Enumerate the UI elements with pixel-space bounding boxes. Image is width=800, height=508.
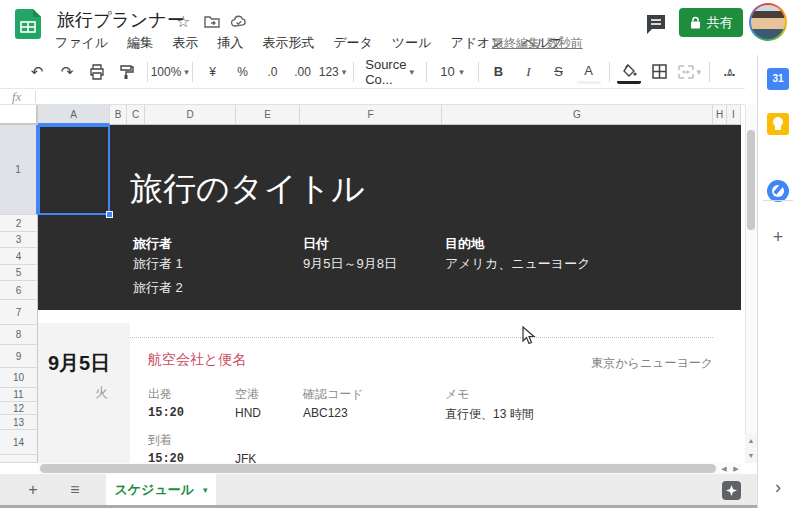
formula-bar[interactable]: fx <box>0 88 745 105</box>
star-icon[interactable]: ☆ <box>176 13 194 31</box>
move-folder-icon[interactable] <box>203 13 221 31</box>
column-header-i[interactable]: I <box>727 105 741 125</box>
add-sheet-button[interactable]: + <box>24 481 42 499</box>
scroll-up-button[interactable]: ▲ <box>745 434 757 448</box>
format-currency-button[interactable]: ¥ <box>201 60 225 84</box>
sheets-logo-icon[interactable] <box>15 9 41 39</box>
column-header-b[interactable]: B <box>110 105 127 125</box>
memo-value-cell[interactable]: 直行便、13 時間 <box>445 406 534 423</box>
hide-menus-button[interactable]: ∧ <box>718 60 742 84</box>
format-percent-button[interactable]: % <box>231 60 255 84</box>
menu-data[interactable]: データ <box>333 34 373 52</box>
flight-route-cell[interactable]: 東京からニューヨーク <box>413 355 713 372</box>
italic-button[interactable]: I <box>517 60 541 84</box>
row-header-15[interactable] <box>0 455 38 463</box>
all-sheets-button[interactable]: ≡ <box>66 481 84 499</box>
zoom-select[interactable]: 100%▾ <box>156 60 184 84</box>
arrival-label-cell[interactable]: 到着 <box>148 432 172 449</box>
explore-button[interactable] <box>722 481 741 500</box>
cloud-status-icon[interactable] <box>230 13 248 31</box>
paint-format-button[interactable] <box>115 60 139 84</box>
row-header-14[interactable]: 14 <box>0 430 38 455</box>
select-all-corner[interactable] <box>0 105 38 125</box>
bold-button[interactable]: B <box>487 60 511 84</box>
strikethrough-button[interactable]: S <box>547 60 571 84</box>
column-header-h[interactable]: H <box>713 105 727 125</box>
last-edit-link[interactable]: 最終編集: 数秒前 <box>492 35 583 52</box>
traveler-2-cell[interactable]: 旅行者 2 <box>133 279 183 297</box>
flight-card-title-cell[interactable]: 航空会社と便名 <box>148 351 246 369</box>
comment-history-icon[interactable] <box>644 12 668 36</box>
row-header-9[interactable]: 9 <box>0 345 38 368</box>
row-header-11[interactable]: 11 <box>0 388 38 402</box>
column-header-c[interactable]: C <box>127 105 145 125</box>
menu-insert[interactable]: 挿入 <box>217 34 243 52</box>
tasks-icon[interactable] <box>767 180 789 202</box>
memo-label-cell[interactable]: メモ <box>445 386 470 403</box>
row-header-4[interactable]: 4 <box>0 248 38 265</box>
confirmation-value-cell[interactable]: ABC123 <box>303 406 348 420</box>
row-header-3[interactable]: 3 <box>0 232 38 248</box>
destination-value-cell[interactable]: アメリカ、ニューヨーク <box>445 255 590 273</box>
increase-decimal-button[interactable]: .00 <box>291 60 315 84</box>
font-size-select[interactable]: 10▾ <box>434 60 469 84</box>
departure-label-cell[interactable]: 出発 <box>148 386 172 403</box>
airport-label-cell[interactable]: 空港 <box>235 386 259 403</box>
redo-button[interactable]: ↷ <box>55 60 79 84</box>
undo-button[interactable]: ↶ <box>25 60 49 84</box>
text-color-button[interactable]: A <box>577 60 601 84</box>
menu-format[interactable]: 表示形式 <box>262 34 314 52</box>
column-header-a[interactable]: A <box>38 105 110 125</box>
account-avatar[interactable] <box>749 3 787 41</box>
borders-button[interactable] <box>647 60 671 84</box>
horizontal-scrollbar-thumb[interactable] <box>40 464 716 473</box>
dates-value-cell[interactable]: 9月5日～9月8日 <box>303 255 397 273</box>
departure-time-cell[interactable]: 15:20 <box>148 406 184 420</box>
sheet-tab-schedule[interactable]: スケジュール ▾ <box>106 474 216 505</box>
column-header-d[interactable]: D <box>145 105 236 125</box>
print-button[interactable] <box>85 60 109 84</box>
spreadsheet-canvas[interactable]: 旅行のタイトル 旅行者 日付 目的地 旅行者 1 旅行者 2 9月5日～9月8日… <box>38 125 741 463</box>
scroll-right-button[interactable]: ▶ <box>730 463 742 474</box>
collapse-side-panel-button[interactable]: › <box>768 477 788 497</box>
row-header-7[interactable]: 7 <box>0 300 38 325</box>
trip-header-band[interactable]: 旅行のタイトル 旅行者 日付 目的地 旅行者 1 旅行者 2 9月5日～9月8日… <box>38 125 741 310</box>
decrease-decimal-button[interactable]: .0 <box>261 60 285 84</box>
menu-view[interactable]: 表示 <box>172 34 198 52</box>
row-header-13[interactable]: 13 <box>0 415 38 430</box>
day-weekday-cell[interactable]: 火 <box>48 384 108 402</box>
column-header-f[interactable]: F <box>300 105 442 125</box>
column-header-g[interactable]: G <box>442 105 713 125</box>
active-cell-selection[interactable] <box>38 125 110 215</box>
row-header-8[interactable]: 8 <box>0 325 38 345</box>
sheet-tab-menu-icon[interactable]: ▾ <box>203 485 208 495</box>
fill-handle[interactable] <box>106 211 113 218</box>
menu-file[interactable]: ファイル <box>55 34 108 52</box>
font-select[interactable]: Source Co...▾ <box>361 60 417 84</box>
traveler-1-cell[interactable]: 旅行者 1 <box>133 255 183 273</box>
trip-title-cell[interactable]: 旅行のタイトル <box>130 167 365 212</box>
scroll-left-button[interactable]: ◀ <box>718 463 730 474</box>
arrival-time-cell[interactable]: 15:20 <box>148 452 184 463</box>
row-header-10[interactable]: 10 <box>0 368 38 388</box>
menu-tools[interactable]: ツール <box>392 34 432 52</box>
calendar-icon[interactable]: 31 <box>767 68 789 90</box>
keep-icon[interactable] <box>767 113 789 135</box>
row-header-1[interactable]: 1 <box>0 125 38 215</box>
dates-label-cell[interactable]: 日付 <box>303 235 329 253</box>
confirmation-label-cell[interactable]: 確認コード <box>303 386 364 403</box>
share-button[interactable]: 共有 <box>679 8 743 37</box>
more-formats-button[interactable]: 123▾ <box>321 60 345 84</box>
airport-value-cell[interactable]: HND <box>235 406 261 420</box>
scroll-down-button[interactable]: ▼ <box>745 449 757 463</box>
menu-edit[interactable]: 編集 <box>127 34 153 52</box>
merge-cells-button[interactable]: ▾ <box>677 60 701 84</box>
vertical-scrollbar-thumb[interactable] <box>747 130 755 230</box>
column-header-e[interactable]: E <box>236 105 300 125</box>
row-header-12[interactable]: 12 <box>0 402 38 415</box>
fill-color-button[interactable] <box>617 60 641 84</box>
get-addons-button[interactable]: + <box>766 225 790 249</box>
travelers-label-cell[interactable]: 旅行者 <box>133 235 172 253</box>
arrival-airport-cell[interactable]: JFK <box>235 452 256 463</box>
row-header-6[interactable]: 6 <box>0 281 38 300</box>
